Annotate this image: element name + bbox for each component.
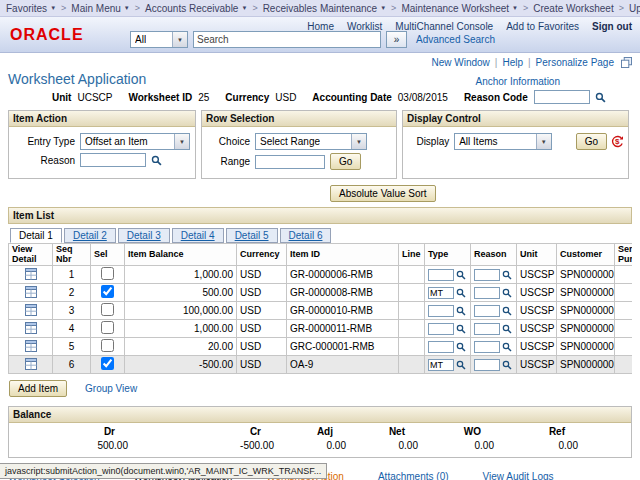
customer-cell: SPN0000002	[557, 266, 615, 284]
group-view-link[interactable]: Group View	[85, 383, 137, 394]
breadcrumb-item[interactable]: > Update Worksheet ▼	[614, 3, 640, 14]
type-lookup-icon[interactable]	[456, 324, 466, 334]
sign-out-link[interactable]: Sign out	[592, 21, 632, 32]
breadcrumb-item[interactable]: > Main Menu ▼	[56, 3, 130, 14]
type-lookup-icon[interactable]	[456, 288, 466, 298]
reason-input[interactable]	[474, 287, 500, 299]
seq-nbr-cell: 6	[53, 356, 91, 374]
breadcrumb-item-label[interactable]: Receivables Maintenance	[263, 3, 378, 14]
breadcrumb-item-label[interactable]: Favorites	[6, 3, 47, 14]
breadcrumb-item[interactable]: > Accounts Receivable ▼	[130, 3, 248, 14]
detail-tab[interactable]: Detail 1	[10, 228, 62, 243]
breadcrumb-item-label[interactable]: Create Worksheet	[533, 3, 613, 14]
type-lookup-icon[interactable]	[456, 270, 466, 280]
detail-tab[interactable]: Detail 5	[226, 228, 278, 243]
breadcrumb-item[interactable]: > Favorites ▼	[6, 3, 56, 14]
unit-value: UCSCP	[77, 92, 112, 103]
breadcrumb-item[interactable]: > Maintenance Worksheet ▼	[386, 3, 518, 14]
select-checkbox[interactable]	[101, 321, 114, 334]
reason-lookup-icon[interactable]	[151, 155, 162, 166]
view-detail-icon[interactable]	[25, 322, 37, 334]
reason-lookup-icon[interactable]	[502, 360, 512, 370]
view-detail-icon[interactable]	[25, 340, 37, 352]
col-item-balance: Item Balance	[125, 244, 237, 266]
view-detail-icon[interactable]	[25, 268, 37, 280]
select-checkbox[interactable]	[101, 339, 114, 352]
add-item-button[interactable]: Add Item	[9, 380, 67, 397]
type-lookup-icon[interactable]	[456, 360, 466, 370]
breadcrumb-item-label[interactable]: Accounts Receivable	[145, 3, 238, 14]
item-action-header: Item Action	[9, 111, 195, 127]
choice-select[interactable]: Select Range ▼	[255, 133, 367, 150]
reason-input[interactable]	[474, 359, 500, 371]
reason-lookup-icon[interactable]	[502, 306, 512, 316]
reason-input[interactable]	[474, 305, 500, 317]
row-selection-box: Row Selection Choice Select Range ▼ Rang…	[201, 110, 397, 179]
type-lookup-icon[interactable]	[456, 306, 466, 316]
advanced-search-link[interactable]: Advanced Search	[416, 34, 495, 45]
display-go-button[interactable]: Go	[576, 133, 607, 150]
type-input[interactable]	[428, 323, 454, 335]
breadcrumb-item[interactable]: > Create Worksheet ▼	[518, 3, 614, 14]
breadcrumb-item-label[interactable]: Main Menu	[71, 3, 120, 14]
reason-code-input[interactable]	[534, 90, 590, 104]
currency-conversion-icon[interactable]: $	[611, 135, 624, 148]
search-go-button[interactable]: »	[386, 31, 407, 48]
breadcrumb-item-label[interactable]: Maintenance Worksheet	[401, 3, 509, 14]
view-detail-icon[interactable]	[25, 286, 37, 298]
select-checkbox[interactable]	[101, 357, 114, 370]
header-link[interactable]: Add to Favorites	[506, 21, 579, 32]
line-cell	[399, 320, 425, 338]
item-row: 2 500.00 USD GR-0000008-RMB	[9, 284, 633, 302]
range-input[interactable]	[255, 155, 325, 169]
absolute-value-sort-button[interactable]: Absolute Value Sort	[330, 185, 436, 202]
reason-lookup-icon[interactable]	[502, 288, 512, 298]
search-scope-select[interactable]: All ▼	[130, 31, 188, 48]
reason-lookup-icon[interactable]	[502, 342, 512, 352]
select-checkbox[interactable]	[101, 285, 114, 298]
detail-tab[interactable]: Detail 2	[64, 228, 116, 243]
display-select[interactable]: All Items ▼	[454, 133, 551, 150]
breadcrumb-separator: >	[252, 3, 257, 13]
reason-lookup-icon[interactable]	[502, 324, 512, 334]
page-nav-link[interactable]: Attachments (0)	[378, 471, 449, 480]
breadcrumb-item[interactable]: > Receivables Maintenance ▼	[247, 3, 386, 14]
customer-cell: SPN0000002	[557, 284, 615, 302]
type-input[interactable]	[428, 269, 454, 281]
reason-input[interactable]	[474, 341, 500, 353]
range-go-button[interactable]: Go	[330, 153, 361, 170]
type-input[interactable]	[428, 287, 454, 299]
balance-column-label: Adj	[277, 426, 349, 437]
reason-input[interactable]	[474, 323, 500, 335]
detail-tab[interactable]: Detail 4	[172, 228, 224, 243]
unit-cell: USCSP	[517, 266, 557, 284]
item-action-reason-input[interactable]	[80, 153, 146, 167]
detail-tab[interactable]: Detail 3	[118, 228, 170, 243]
page-nav-link[interactable]: View Audit Logs	[483, 471, 554, 480]
new-window-link[interactable]: New Window	[431, 57, 489, 68]
anchor-information-link[interactable]: Anchor Information	[476, 76, 561, 87]
view-detail-icon[interactable]	[25, 304, 37, 316]
balance-column-value: 0.00	[349, 440, 421, 451]
reason-lookup-icon[interactable]	[502, 270, 512, 280]
type-input[interactable]	[428, 305, 454, 317]
detail-tab[interactable]: Detail 6	[280, 228, 332, 243]
type-input[interactable]	[428, 359, 454, 371]
balance-column-label: Cr	[131, 426, 277, 437]
line-cell	[399, 266, 425, 284]
reason-input[interactable]	[474, 269, 500, 281]
view-detail-icon[interactable]	[25, 358, 37, 370]
reason-code-lookup-icon[interactable]	[595, 92, 606, 103]
item-list-section: Item List Detail 1Detail 2Detail 3Detail…	[8, 207, 632, 397]
separator: |	[495, 57, 498, 68]
breadcrumb-item-label[interactable]: Update Worksheet	[629, 3, 640, 14]
select-checkbox[interactable]	[101, 303, 114, 316]
type-lookup-icon[interactable]	[456, 342, 466, 352]
select-checkbox[interactable]	[101, 267, 114, 280]
search-input[interactable]	[193, 31, 381, 48]
help-link[interactable]: Help	[502, 57, 523, 68]
type-input[interactable]	[428, 341, 454, 353]
entry-type-select[interactable]: Offset an Item ▼	[80, 133, 190, 150]
personalize-page-link[interactable]: Personalize Page	[536, 57, 614, 68]
copy-url-icon[interactable]	[621, 57, 632, 68]
